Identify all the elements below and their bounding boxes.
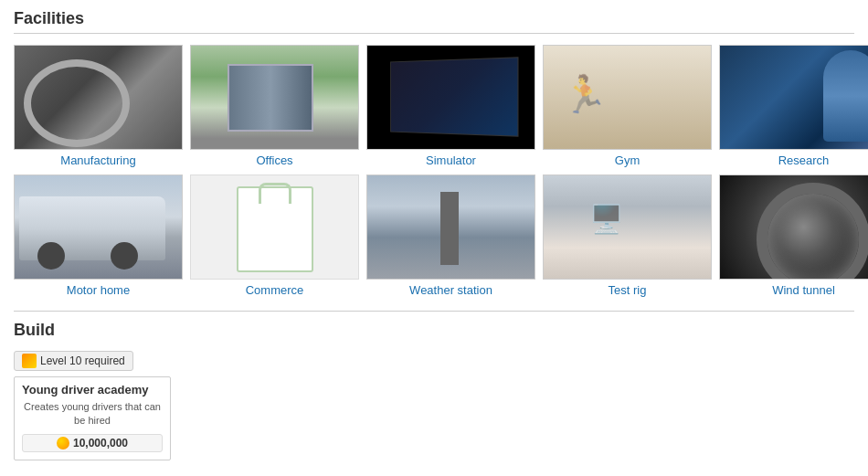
facility-label-weatherstation: Weather station	[409, 283, 492, 297]
facility-label-motorhome: Motor home	[67, 283, 130, 297]
build-card-description: Creates young drivers that can be hired	[22, 400, 163, 428]
facility-label-commerce: Commerce	[246, 283, 304, 297]
facility-img-manufacturing	[14, 45, 183, 150]
facility-label-windtunnel: Wind tunnel	[772, 283, 835, 297]
facility-img-offices	[190, 45, 359, 150]
facility-img-gym	[543, 45, 712, 150]
facility-item-windtunnel[interactable]: Wind tunnel	[719, 175, 868, 297]
facility-item-research[interactable]: Research	[719, 45, 868, 167]
facility-img-motorhome	[14, 175, 183, 280]
facility-img-weatherstation	[366, 175, 535, 280]
facility-label-simulator: Simulator	[426, 153, 476, 167]
coin-icon	[57, 437, 69, 450]
facility-item-motorhome[interactable]: Motor home	[14, 175, 183, 297]
facility-label-offices: Offices	[256, 153, 292, 167]
page-wrapper: Facilities ManufacturingOfficesSimulator…	[0, 0, 868, 476]
facility-item-weatherstation[interactable]: Weather station	[366, 175, 535, 297]
facility-label-research: Research	[778, 153, 830, 167]
facility-item-simulator[interactable]: Simulator	[366, 45, 535, 167]
facilities-title: Facilities	[14, 9, 854, 34]
level-icon	[22, 354, 37, 368]
build-title: Build	[14, 321, 854, 340]
facility-label-testrig: Test rig	[609, 283, 647, 297]
facility-img-commerce	[190, 175, 359, 280]
facility-item-commerce[interactable]: Commerce	[190, 175, 359, 297]
build-card-title: Young driver academy	[22, 383, 163, 397]
level-badge-text: Level 10 required	[40, 354, 125, 367]
price-value: 10,000,000	[73, 437, 128, 450]
facility-item-testrig[interactable]: Test rig	[543, 175, 712, 297]
facility-label-gym: Gym	[615, 153, 640, 167]
facility-label-manufacturing: Manufacturing	[60, 153, 135, 167]
build-card: Young driver academy Creates young drive…	[14, 376, 171, 460]
facility-img-windtunnel	[719, 175, 868, 280]
build-section: Build Level 10 required Young driver aca…	[14, 311, 854, 460]
facilities-grid: ManufacturingOfficesSimulatorGymResearch…	[14, 45, 854, 297]
facility-item-offices[interactable]: Offices	[190, 45, 359, 167]
build-card-price-button[interactable]: 10,000,000	[22, 434, 163, 452]
level-badge: Level 10 required	[14, 351, 133, 371]
facility-item-gym[interactable]: Gym	[543, 45, 712, 167]
facility-img-testrig	[543, 175, 712, 280]
facility-item-manufacturing[interactable]: Manufacturing	[14, 45, 183, 167]
build-item-wrapper: Level 10 required Young driver academy C…	[14, 351, 854, 460]
facility-img-simulator	[366, 45, 535, 150]
facility-img-research	[719, 45, 868, 150]
